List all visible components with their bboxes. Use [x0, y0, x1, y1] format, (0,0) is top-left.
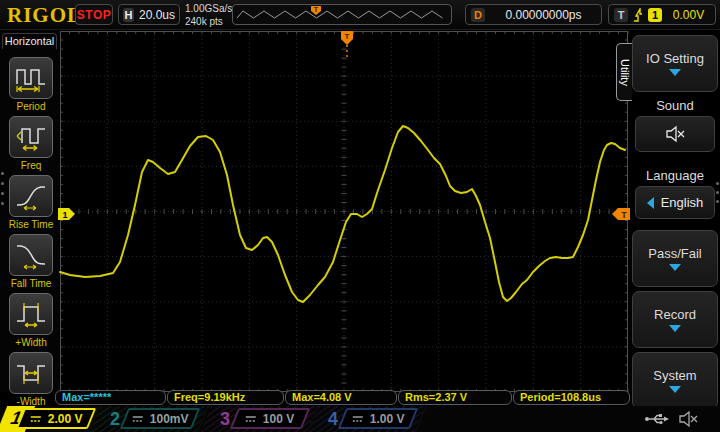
- rise-time-icon: [14, 181, 48, 211]
- channel-3-status[interactable]: 3100 V: [206, 406, 314, 432]
- language-group: Language English: [632, 168, 718, 219]
- measurement-readout: Rms=2.37 V: [398, 390, 512, 405]
- timebase-value: 20.0us: [139, 8, 175, 22]
- channel-status-bar: 12.00 V2100mV3100 V41.00 V: [0, 406, 720, 432]
- trigger-key-icon: T: [614, 8, 628, 22]
- svg-text:1: 1: [62, 210, 67, 220]
- menu-item-freq[interactable]: Freq: [6, 116, 56, 171]
- svg-text:T: T: [621, 210, 627, 220]
- thumbnail-waveform: T: [233, 5, 451, 24]
- rigol-logo: RIGOL: [7, 3, 82, 28]
- measurement-readout: Max=4.08 V: [285, 390, 397, 405]
- period-icon: [14, 63, 48, 93]
- measure-menu-title: Horizontal: [2, 33, 57, 49]
- utility-tab[interactable]: Utility: [616, 43, 632, 101]
- fall-time-icon: [14, 240, 48, 270]
- menu-item-plus-width[interactable]: +Width: [6, 293, 56, 348]
- waveform-display-area[interactable]: T T 1: [60, 31, 628, 392]
- trigger-level-value: 0.00V: [667, 8, 710, 22]
- chevron-down-icon: [669, 69, 681, 76]
- speaker-muted-icon: [678, 411, 698, 427]
- trigger-source-badge: 1: [648, 8, 662, 22]
- run-state-label: STOP: [77, 8, 111, 22]
- io-setting-button[interactable]: IO Setting: [632, 35, 718, 92]
- language-select-button[interactable]: English: [635, 186, 715, 219]
- language-value: English: [661, 195, 704, 210]
- run-stop-indicator[interactable]: STOP: [75, 4, 113, 25]
- rising-edge-icon: [633, 8, 643, 22]
- channel-2-status[interactable]: 2100mV: [96, 406, 204, 432]
- svg-text:T: T: [345, 32, 350, 41]
- language-label: Language: [632, 168, 718, 183]
- dc-coupling-icon: [132, 414, 144, 424]
- menu-page-indicator: [716, 182, 719, 203]
- svg-text:T: T: [314, 6, 319, 13]
- menu-item-rise-time[interactable]: Rise Time: [6, 175, 56, 230]
- channel-4-status[interactable]: 41.00 V: [314, 406, 422, 432]
- dc-coupling-icon: [245, 414, 257, 424]
- delay-offset-chip[interactable]: D 0.00000000ps: [465, 4, 602, 25]
- channel-number-badge: 2: [110, 407, 120, 431]
- chevron-left-icon: [647, 197, 654, 209]
- sound-mute-button[interactable]: [635, 116, 715, 152]
- system-status-icons: [644, 411, 698, 427]
- channel-scale-box: 100 V: [230, 408, 310, 429]
- channel-number-badge: 3: [220, 407, 230, 431]
- delay-value: 0.00000000ps: [491, 8, 596, 22]
- horizontal-key-icon: H: [123, 8, 134, 22]
- menu-item-period[interactable]: Period: [6, 57, 56, 112]
- freq-icon: [14, 122, 48, 152]
- measurement-readout: Freq=9.19kHz: [167, 390, 284, 405]
- waveform-overview-thumbnail[interactable]: T: [232, 4, 452, 25]
- oscilloscope-screen: RIGOL STOP H 20.0us 1.00GSa/s 240k pts T…: [0, 0, 720, 432]
- menu-page-indicator: [1, 172, 4, 205]
- channel-scale-value: 1.00 V: [370, 412, 405, 426]
- delay-key-icon: D: [471, 8, 485, 22]
- menu-item-fall-time[interactable]: Fall Time: [6, 234, 56, 289]
- utility-menu-panel: Utility IO Setting Sound Language Englis…: [630, 30, 720, 415]
- chevron-down-icon: [669, 264, 681, 271]
- minus-width-icon: [14, 358, 48, 388]
- measurement-readout: Period=108.8us: [513, 390, 630, 405]
- dc-coupling-icon: [352, 414, 364, 424]
- top-status-bar: RIGOL STOP H 20.0us 1.00GSa/s 240k pts T…: [0, 0, 720, 30]
- plus-width-icon: [14, 299, 48, 329]
- measurement-readout: Max=*****: [55, 390, 166, 405]
- measure-menu-panel: Horizontal Period Freq Rise Time: [0, 30, 59, 392]
- trigger-status-chip[interactable]: T 1 0.00V: [608, 4, 716, 25]
- speaker-muted-icon: [665, 126, 685, 142]
- channel-scale-value: 2.00 V: [48, 412, 83, 426]
- channel-scale-box: 100mV: [120, 408, 200, 429]
- sound-group: Sound: [632, 98, 718, 152]
- horizontal-timebase-chip[interactable]: H 20.0us: [118, 4, 180, 25]
- channel-number-badge: 4: [328, 407, 338, 431]
- chevron-down-icon: [669, 325, 681, 332]
- channel-scale-value: 100 V: [263, 412, 294, 426]
- dc-coupling-icon: [30, 414, 42, 424]
- record-button[interactable]: Record: [632, 291, 718, 348]
- sample-rate: 1.00GSa/s: [185, 2, 232, 15]
- measurement-results-bar: Max=*****Freq=9.19kHzMax=4.08 VRms=2.37 …: [0, 390, 720, 406]
- channel-scale-value: 100mV: [150, 412, 189, 426]
- acquisition-info: 1.00GSa/s 240k pts: [185, 2, 232, 28]
- channel-scale-box: 1.00 V: [338, 408, 418, 429]
- usb-icon: [644, 411, 670, 427]
- channel-scale-box: 2.00 V: [16, 408, 96, 429]
- sound-label: Sound: [632, 98, 718, 113]
- memory-depth: 240k pts: [185, 15, 232, 28]
- pass-fail-button[interactable]: Pass/Fail: [632, 230, 718, 287]
